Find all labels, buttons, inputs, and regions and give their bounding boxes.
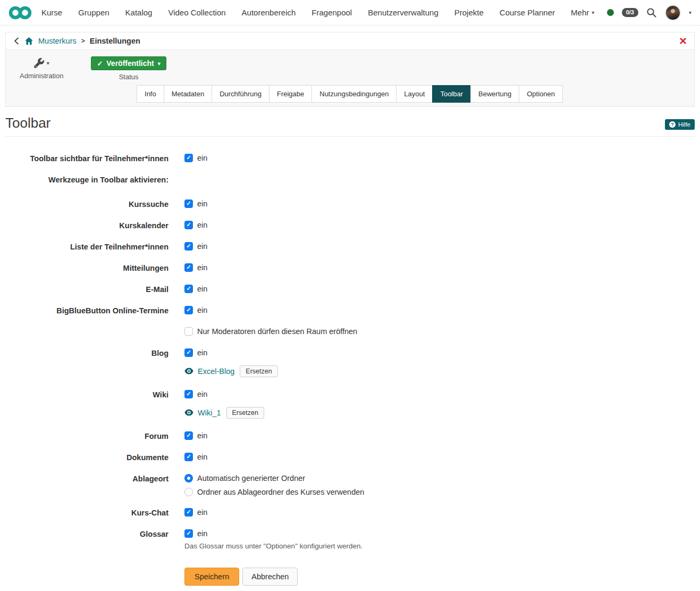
nav-item-autorenbereich[interactable]: Autorenbereich	[242, 8, 296, 17]
form-row-toolbar-sichtbar-f-r-teilnehmer-innen: Toolbar sichtbar für Teilnehmer*innenein	[5, 154, 695, 163]
radio-ordner-aus-ablageordner-des-kurses-verwenden[interactable]	[184, 488, 193, 496]
nav-item-katalog[interactable]: Katalog	[125, 8, 153, 17]
radio-group: Automatisch generierter OrdnerOrdner aus…	[184, 474, 364, 496]
eye-icon[interactable]	[184, 368, 193, 374]
checkbox-e-mail[interactable]	[184, 285, 193, 293]
checkbox-glossar[interactable]	[184, 529, 193, 538]
user-menu-chevron-icon[interactable]: ▾	[689, 10, 691, 15]
toolbar-settings-form: Toolbar sichtbar für Teilnehmer*innenein…	[5, 154, 695, 552]
checkbox-state-label: ein	[197, 508, 207, 517]
radio-automatisch-generierter-ordner[interactable]	[184, 474, 193, 482]
field-control: ein	[184, 390, 207, 398]
field-label: Kurssuche	[5, 199, 168, 209]
tab-info[interactable]: Info	[137, 85, 164, 103]
close-icon[interactable]: ×	[679, 35, 687, 47]
replace-button[interactable]: Ersetzen	[226, 407, 264, 419]
form-row-werkzeuge-in-toolbar-aktivieren: Werkzeuge in Toolbar aktivieren:	[5, 175, 695, 185]
form-row-note: Das Glossar muss unter "Optionen" konfig…	[5, 542, 695, 552]
nav-item-video-collection[interactable]: Video Collection	[168, 8, 225, 17]
form-row-e-mail: E-Mailein	[5, 285, 695, 294]
form-row-wiki: Wikiein	[5, 390, 695, 399]
nav-item-mehr[interactable]: Mehr ▾	[571, 8, 594, 17]
tab-durchf-hrung[interactable]: Durchführung	[212, 85, 269, 103]
checkbox-blog[interactable]	[184, 348, 193, 357]
back-chevron-icon[interactable]	[13, 37, 20, 45]
search-icon[interactable]	[646, 7, 657, 18]
status-button[interactable]: ✓ Veröffentlicht ▾	[91, 56, 166, 70]
tab-optionen[interactable]: Optionen	[519, 85, 563, 103]
checkbox-kurssuche[interactable]	[184, 199, 193, 208]
field-label: Forum	[5, 431, 168, 440]
checkbox-state-label: ein	[197, 348, 207, 357]
field-label: Werkzeuge in Toolbar aktivieren:	[5, 175, 168, 184]
home-icon[interactable]	[24, 37, 33, 45]
nav-more-label: Mehr	[571, 8, 589, 17]
checkbox-mitteilungen[interactable]	[184, 263, 193, 272]
replace-button[interactable]: Ersetzen	[240, 365, 277, 377]
field-control: ein	[184, 348, 207, 357]
infinity-logo-icon	[9, 5, 32, 20]
nav-item-kurse[interactable]: Kurse	[41, 8, 62, 17]
field-label: BigBlueButton Online-Termine	[5, 306, 168, 315]
tab-freigabe[interactable]: Freigabe	[269, 85, 312, 103]
checkbox-kurs-chat[interactable]	[184, 508, 193, 517]
administration-menu[interactable]: ▾ Administration	[20, 56, 63, 80]
checkbox-kurskalender[interactable]	[184, 221, 193, 229]
checkbox-liste-der-teilnehmer-innen[interactable]	[184, 242, 193, 251]
tab-nutzungsbedingungen[interactable]: Nutzungsbedingungen	[311, 85, 397, 103]
field-label	[5, 365, 168, 366]
checkbox-toolbar-sichtbar-f-r-teilnehmer-innen[interactable]	[184, 154, 193, 162]
checkbox-nur-moderatoren-d-rfen-diesen-raum-er-ffnen[interactable]	[184, 327, 193, 336]
nav-item-benutzerverwaltung[interactable]: Benutzerverwaltung	[368, 8, 438, 17]
radio-option: Ordner aus Ablageordner des Kurses verwe…	[184, 488, 364, 496]
nav-item-fragenpool[interactable]: Fragenpool	[311, 8, 352, 17]
top-navbar: KurseGruppenKatalogVideo CollectionAutor…	[0, 0, 700, 26]
checkbox-state-label: ein	[197, 242, 207, 251]
field-label	[5, 327, 168, 328]
save-button[interactable]: Speichern	[184, 568, 239, 586]
tab-toolbar[interactable]: Toolbar	[432, 85, 471, 103]
chevron-down-icon: ▾	[47, 60, 49, 66]
help-label: Hilfe	[678, 121, 690, 128]
openolat-logo[interactable]	[9, 5, 32, 20]
radio-option-label: Automatisch generierter Ordner	[197, 474, 305, 482]
checkbox-state-label: ein	[197, 453, 207, 461]
field-control: ein	[184, 306, 207, 314]
admin-tools: ▾ Administration ✓ Veröffentlicht ▾ Stat…	[6, 50, 694, 81]
field-note: Das Glossar muss unter "Optionen" konfig…	[184, 542, 362, 550]
field-label	[5, 407, 168, 407]
field-label	[5, 542, 168, 543]
checkbox-forum[interactable]	[184, 431, 193, 440]
field-label: Ablageort	[5, 474, 168, 483]
nav-item-projekte[interactable]: Projekte	[454, 8, 484, 17]
breadcrumb-course-link[interactable]: Musterkurs	[38, 37, 77, 45]
resource-link[interactable]: Excel-Blog	[198, 367, 234, 376]
field-control: ein	[184, 221, 207, 229]
tab-layout[interactable]: Layout	[396, 85, 433, 103]
field-label: Blog	[5, 348, 168, 357]
page-head: Toolbar ? Hilfe	[5, 107, 695, 137]
resource-link[interactable]: Wiki_1	[198, 409, 221, 417]
help-button[interactable]: ? Hilfe	[665, 119, 695, 130]
checkbox-dokumente[interactable]	[184, 453, 193, 461]
form-actions: Speichern Abbrechen	[184, 568, 695, 591]
cancel-button[interactable]: Abbrechen	[242, 568, 298, 586]
eye-icon[interactable]	[184, 409, 193, 416]
session-count-badge[interactable]: 0/3	[622, 8, 638, 17]
status-control: ✓ Veröffentlicht ▾ Status	[91, 56, 166, 81]
tab-metadaten[interactable]: Metadaten	[164, 85, 212, 103]
breadcrumb-current-page: Einstellungen	[90, 37, 140, 45]
course-admin-area: ▾ Administration ✓ Veröffentlicht ▾ Stat…	[6, 49, 694, 106]
field-label: Dokumente	[5, 453, 168, 462]
nav-item-course-planner[interactable]: Course Planner	[500, 8, 555, 17]
checkbox-wiki[interactable]	[184, 390, 193, 398]
field-control: Nur Moderatoren dürfen diesen Raum eröff…	[184, 327, 357, 336]
checkbox-bigbluebutton-online-termine[interactable]	[184, 306, 193, 314]
form-row-mitteilungen: Mitteilungenein	[5, 263, 695, 273]
field-label: Mitteilungen	[5, 263, 168, 272]
user-avatar[interactable]	[665, 5, 681, 21]
tab-bewertung[interactable]: Bewertung	[470, 85, 519, 103]
settings-tabs: InfoMetadatenDurchführungFreigabeNutzung…	[6, 85, 694, 103]
nav-item-gruppen[interactable]: Gruppen	[78, 8, 109, 17]
administration-label: Administration	[20, 72, 63, 80]
